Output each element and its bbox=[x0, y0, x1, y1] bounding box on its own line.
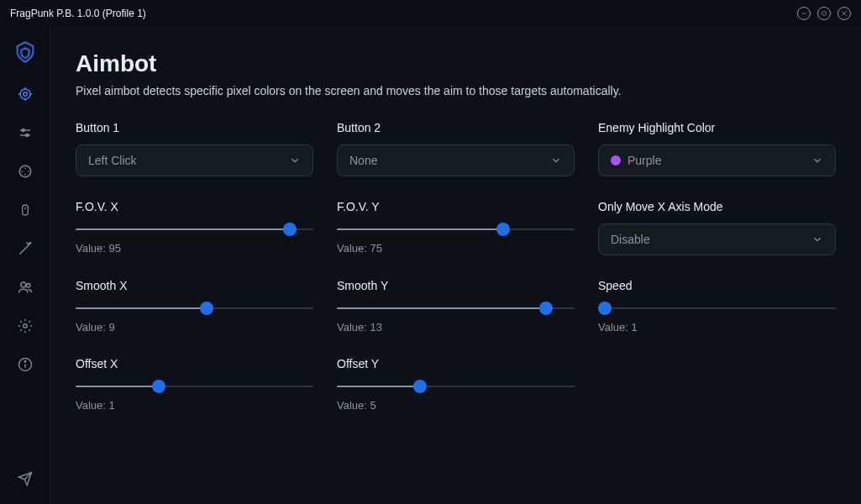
chevron-down-icon bbox=[811, 234, 823, 245]
svg-point-4 bbox=[20, 89, 30, 99]
color-swatch-icon bbox=[611, 155, 621, 165]
button2-select[interactable]: None bbox=[337, 144, 575, 176]
smoothx-label: Smooth X bbox=[76, 279, 313, 292]
button1-value: Left Click bbox=[88, 154, 137, 167]
slider-thumb[interactable] bbox=[496, 223, 510, 236]
button2-field: Button 2 None bbox=[337, 121, 575, 176]
slider-thumb[interactable] bbox=[539, 302, 553, 315]
onlyx-value: Disable bbox=[611, 233, 650, 246]
slider-thumb[interactable] bbox=[413, 380, 427, 393]
chevron-down-icon bbox=[811, 155, 823, 166]
page-title: Aimbot bbox=[76, 50, 836, 77]
smoothx-value: Value: 9 bbox=[76, 321, 313, 333]
minimize-button[interactable] bbox=[797, 7, 811, 20]
titlebar: FragPunk P.B. 1.0.0 (Profile 1) bbox=[0, 0, 861, 27]
sidebar-item-aimbot[interactable] bbox=[15, 84, 35, 104]
offsety-label: Offset Y bbox=[337, 357, 575, 370]
slider-thumb[interactable] bbox=[200, 302, 213, 315]
enemy-color-field: Enemy Highlight Color Purple bbox=[598, 121, 836, 176]
fovy-value: Value: 75 bbox=[337, 242, 575, 255]
svg-point-23 bbox=[23, 324, 27, 328]
fovx-value: Value: 95 bbox=[76, 242, 313, 255]
sidebar-item-info[interactable] bbox=[15, 354, 35, 375]
sidebar-item-tune[interactable] bbox=[15, 123, 35, 143]
fovy-slider[interactable] bbox=[337, 228, 575, 230]
svg-point-12 bbox=[22, 129, 24, 132]
sidebar-item-settings[interactable] bbox=[15, 316, 35, 336]
slider-thumb[interactable] bbox=[283, 223, 297, 236]
sidebar-item-users[interactable] bbox=[15, 277, 35, 297]
offsety-value: Value: 5 bbox=[337, 399, 575, 412]
offsetx-slider[interactable] bbox=[76, 386, 313, 387]
smoothy-label: Smooth Y bbox=[337, 279, 575, 292]
sidebar bbox=[0, 27, 50, 504]
sidebar-item-mouse[interactable] bbox=[15, 200, 35, 220]
smoothx-slider[interactable] bbox=[76, 307, 313, 309]
speed-label: Speed bbox=[598, 279, 836, 292]
fovx-slider[interactable] bbox=[76, 228, 313, 230]
button1-field: Button 1 Left Click bbox=[76, 121, 313, 176]
button1-select[interactable]: Left Click bbox=[76, 144, 313, 176]
svg-point-5 bbox=[23, 92, 27, 97]
smoothy-value: Value: 13 bbox=[337, 321, 575, 333]
onlyx-field: Only Move X Axis Mode Disable bbox=[598, 200, 836, 255]
fovx-label: F.O.V. X bbox=[76, 200, 313, 213]
fovx-field: F.O.V. X Value: 95 bbox=[76, 200, 313, 255]
app-shell: Aimbot Pixel aimbot detects specific pix… bbox=[0, 27, 861, 504]
speed-slider[interactable] bbox=[598, 307, 836, 309]
svg-point-1 bbox=[822, 12, 827, 16]
sidebar-nav bbox=[15, 84, 35, 469]
button2-value: None bbox=[349, 154, 377, 167]
smoothx-field: Smooth X Value: 9 bbox=[76, 279, 313, 333]
svg-point-14 bbox=[19, 165, 31, 177]
offsetx-field: Offset X Value: 1 bbox=[76, 357, 313, 412]
button1-label: Button 1 bbox=[76, 121, 313, 134]
settings-grid: Button 1 Left Click Button 2 None Enemy … bbox=[76, 121, 836, 412]
onlyx-select[interactable]: Disable bbox=[598, 223, 836, 255]
sidebar-item-picker[interactable] bbox=[15, 239, 35, 259]
close-button[interactable] bbox=[837, 7, 851, 20]
svg-point-22 bbox=[26, 284, 30, 288]
smoothy-slider[interactable] bbox=[337, 307, 575, 309]
slider-thumb[interactable] bbox=[152, 380, 165, 393]
svg-point-21 bbox=[20, 282, 25, 287]
chevron-down-icon bbox=[289, 155, 301, 166]
offsetx-value: Value: 1 bbox=[76, 399, 313, 412]
chevron-down-icon bbox=[550, 155, 562, 166]
enemy-color-select[interactable]: Purple bbox=[598, 144, 836, 176]
slider-thumb[interactable] bbox=[598, 302, 612, 315]
window-title: FragPunk P.B. 1.0.0 (Profile 1) bbox=[10, 8, 146, 19]
speed-field: Speed Value: 1 bbox=[598, 279, 836, 333]
enemy-color-label: Enemy Highlight Color bbox=[598, 121, 836, 134]
offsetx-label: Offset X bbox=[76, 357, 313, 370]
svg-point-26 bbox=[24, 361, 26, 363]
sidebar-item-crosshair[interactable] bbox=[15, 161, 35, 181]
enemy-color-value: Purple bbox=[627, 154, 661, 167]
speed-value: Value: 1 bbox=[598, 321, 836, 333]
app-logo-icon bbox=[13, 40, 37, 64]
sidebar-item-send[interactable] bbox=[15, 469, 35, 489]
main-content: Aimbot Pixel aimbot detects specific pix… bbox=[50, 27, 861, 504]
button2-label: Button 2 bbox=[337, 121, 575, 134]
onlyx-label: Only Move X Axis Mode bbox=[598, 200, 836, 213]
svg-rect-19 bbox=[22, 205, 28, 215]
offsety-field: Offset Y Value: 5 bbox=[337, 357, 575, 412]
maximize-button[interactable] bbox=[817, 7, 831, 20]
fovy-label: F.O.V. Y bbox=[337, 200, 575, 213]
page-description: Pixel aimbot detects specific pixel colo… bbox=[76, 84, 836, 97]
fovy-field: F.O.V. Y Value: 75 bbox=[337, 200, 575, 255]
smoothy-field: Smooth Y Value: 13 bbox=[337, 279, 575, 333]
offsety-slider[interactable] bbox=[337, 386, 575, 387]
empty-cell bbox=[598, 357, 836, 412]
window-controls bbox=[797, 7, 851, 20]
svg-point-13 bbox=[25, 134, 28, 137]
